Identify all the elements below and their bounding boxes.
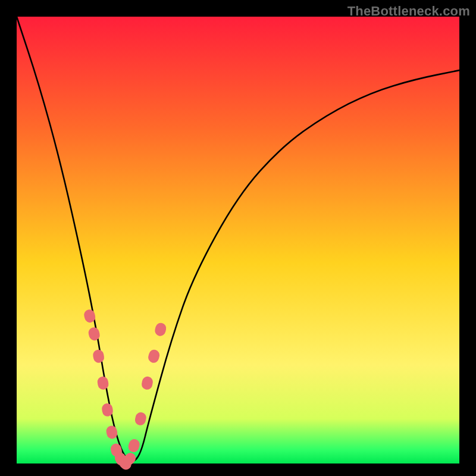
- chart-container: TheBottleneck.com: [0, 0, 476, 476]
- watermark-text: TheBottleneck.com: [347, 4, 470, 19]
- chart-gradient-bg: [17, 17, 459, 464]
- bottleneck-chart: [0, 0, 476, 476]
